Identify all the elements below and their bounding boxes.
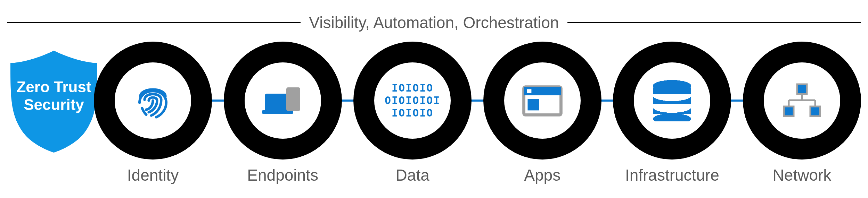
pillar-network: Network [743,42,861,160]
pillar-endpoints: Endpoints [224,42,342,160]
svg-rect-14 [797,84,807,94]
pillar-ring-inner: IOIOIO OIOIOIOI IOIOIO [374,62,451,139]
zero-trust-shield: Zero Trust Security [7,49,101,153]
shield-title-line1: Zero Trust [16,78,91,95]
svg-rect-6 [527,99,539,111]
pillar-ring-inner [504,62,581,139]
pillar-ring-inner [764,62,840,139]
svg-rect-2 [286,87,300,111]
header-divider: Visibility, Automation, Orchestration [7,13,861,32]
pillar-ring [483,42,601,160]
pillar-label: Data [396,166,429,184]
pillar-label: Endpoints [247,166,318,184]
network-icon [781,80,823,121]
pillar-label: Apps [524,166,560,184]
header-rule-right [567,22,861,23]
shield-title-line2: Security [24,96,84,113]
fingerprint-icon [132,80,174,121]
pillar-ring [743,42,861,160]
pillar-apps: Apps [483,42,601,160]
binary-line: IOIOIO [392,107,433,119]
binary-icon: IOIOIO OIOIOIOI IOIOIO [385,82,441,119]
pillar-identity: Identity [94,42,212,160]
pillar-ring [224,42,342,160]
shield-title: Zero Trust Security [7,78,101,113]
pillar-ring-inner [115,62,191,139]
pillar-ring [94,42,212,160]
pillars-container: Identity Endpoints IOIOIO [94,42,861,160]
binary-line: IOIOIO [392,82,433,94]
pillar-label: Infrastructure [625,166,719,184]
pillar-infrastructure: Infrastructure [613,42,731,160]
pillar-ring-inner [634,62,710,139]
pillar-ring: IOIOIO OIOIOIOI IOIOIO [353,42,472,160]
pillar-ring-inner [245,62,321,139]
header-label: Visibility, Automation, Orchestration [309,13,559,32]
svg-rect-5 [527,89,531,93]
diagram-row: Zero Trust Security [7,38,861,163]
app-window-icon [522,80,563,121]
pillar-label: Identity [127,166,179,184]
svg-rect-16 [810,106,820,116]
binary-line: OIOIOIOI [385,94,441,106]
pillar-data: IOIOIO OIOIOIOI IOIOIO Data [353,42,472,160]
pillar-label: Network [773,166,832,184]
svg-rect-15 [784,106,794,116]
devices-icon [262,80,304,121]
header-rule-left [7,22,301,23]
pillar-ring [613,42,731,160]
